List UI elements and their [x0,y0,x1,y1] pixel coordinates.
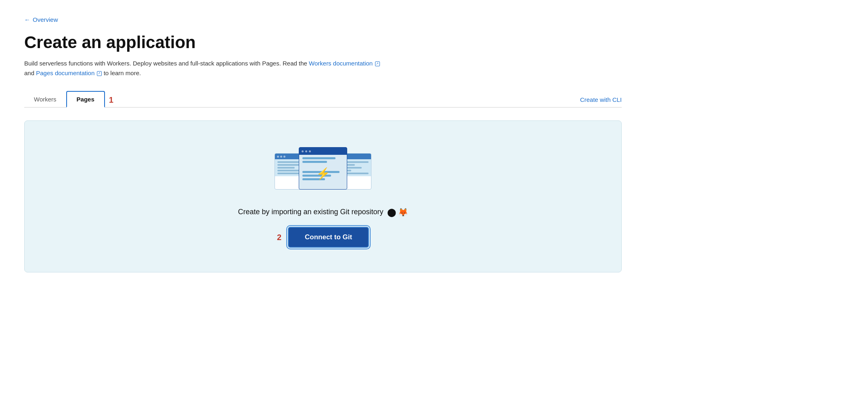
page-description: Build serverless functions with Workers.… [24,59,388,78]
card-body-front: ⚡ [299,155,347,189]
external-link-icon-2 [97,71,102,76]
page-card-front: ⚡ [299,147,347,190]
page-title: Create an application [24,33,622,52]
back-link-label: Overview [33,16,58,23]
connect-to-git-button[interactable]: Connect to Git [288,227,369,248]
external-link-icon [375,61,380,66]
import-text: Create by importing an existing Git repo… [238,207,408,217]
card-dot [277,156,279,158]
create-with-cli-link[interactable]: Create with CLI [580,96,622,103]
annotation-2: 2 [277,233,281,242]
import-text-label: Create by importing an existing Git repo… [238,208,383,216]
tabs-row: Workers Pages 1 Create with CLI [24,91,622,108]
tab-pages[interactable]: Pages [66,91,105,108]
workers-doc-link-label: Workers documentation [309,60,373,67]
pages-doc-link[interactable]: Pages documentation [36,70,103,76]
annotation-1: 1 [109,96,113,104]
back-arrow-icon: ← [24,16,30,23]
description-text-middle: and [24,70,36,76]
card-dot [305,150,307,152]
tabs-left: Workers Pages 1 [24,91,113,107]
workers-doc-link[interactable]: Workers documentation [309,60,380,67]
card-dot [280,156,282,158]
tab-workers[interactable]: Workers [24,92,66,108]
card-dot [283,156,285,158]
card-dot [302,150,304,152]
card-topbar-front [299,148,347,155]
back-link[interactable]: ← Overview [24,16,622,23]
connect-btn-wrapper: 2 Connect to Git [277,227,369,248]
card-line [302,161,327,163]
description-text-suffix: to learn more. [104,70,141,76]
lightning-icon: ⚡ [316,167,330,180]
card-dot [309,150,311,152]
card-line [277,167,295,169]
pages-illustration: ⚡ [270,145,375,198]
pages-doc-link-label: Pages documentation [36,70,94,76]
card-line [277,164,302,166]
gitlab-icon: 🦊 [398,208,408,217]
description-text-prefix: Build serverless functions with Workers.… [24,60,309,67]
content-box: ⚡ Create by importing an existing Git re… [24,120,622,272]
card-line [302,157,335,159]
github-icon: ⬤ [387,208,396,217]
